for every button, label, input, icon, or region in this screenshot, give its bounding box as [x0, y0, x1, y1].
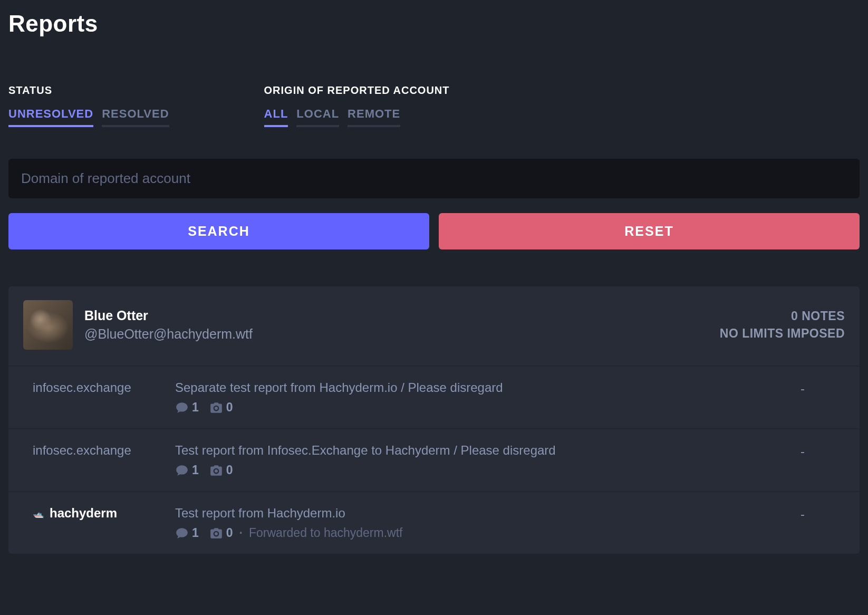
filters-row: STATUS UNRESOLVED RESOLVED ORIGIN OF REP…	[8, 84, 860, 127]
search-button[interactable]: SEARCH	[8, 213, 429, 249]
account-handle: @BlueOtter@hachyderm.wtf	[84, 326, 708, 342]
reset-button[interactable]: RESET	[439, 213, 860, 249]
status-tabs: UNRESOLVED RESOLVED	[8, 107, 169, 127]
report-text: Separate test report from Hachyderm.io /…	[175, 380, 755, 395]
account-display-name: Blue Otter	[84, 308, 708, 323]
camera-icon	[209, 401, 223, 415]
report-source: 🛥️ hachyderm	[33, 506, 170, 521]
separator-dot: ·	[239, 526, 243, 540]
comment-count: 1	[192, 400, 199, 415]
report-meta: 1 0	[175, 400, 755, 415]
report-card-header[interactable]: Blue Otter @BlueOtter@hachyderm.wtf 0 NO…	[8, 286, 860, 366]
forwarded-label: Forwarded to hachyderm.wtf	[249, 526, 402, 540]
comment-icon	[175, 464, 189, 477]
filter-label-status: STATUS	[8, 84, 169, 97]
media-count: 0	[226, 463, 233, 477]
report-right: -	[760, 380, 845, 396]
report-row[interactable]: infosec.exchange Test report from Infose…	[8, 428, 860, 491]
report-row[interactable]: 🛥️ hachyderm Test report from Hachyderm.…	[8, 491, 860, 554]
report-source-label: hachyderm	[50, 506, 117, 521]
report-source: infosec.exchange	[33, 380, 170, 395]
filter-label-origin: ORIGIN OF REPORTED ACCOUNT	[264, 84, 450, 97]
account-names: Blue Otter @BlueOtter@hachyderm.wtf	[84, 308, 708, 342]
report-source: infosec.exchange	[33, 443, 170, 458]
report-card: Blue Otter @BlueOtter@hachyderm.wtf 0 NO…	[8, 286, 860, 554]
report-right: -	[760, 506, 845, 522]
tab-status-unresolved[interactable]: UNRESOLVED	[8, 107, 93, 127]
tab-origin-local[interactable]: LOCAL	[296, 107, 339, 127]
filter-group-origin: ORIGIN OF REPORTED ACCOUNT ALL LOCAL REM…	[264, 84, 450, 127]
tab-status-resolved[interactable]: RESOLVED	[102, 107, 169, 127]
tab-origin-all[interactable]: ALL	[264, 107, 288, 127]
media-count: 0	[226, 400, 233, 415]
media-count: 0	[226, 526, 233, 540]
camera-icon	[209, 526, 223, 540]
origin-tabs: ALL LOCAL REMOTE	[264, 107, 450, 127]
report-meta: 1 0 · Forwarded to hachyderm.wtf	[175, 526, 755, 540]
avatar	[23, 300, 73, 350]
report-row[interactable]: infosec.exchange Separate test report fr…	[8, 366, 860, 428]
comment-icon	[175, 526, 189, 540]
report-right: -	[760, 443, 845, 459]
page-title: Reports	[8, 11, 860, 37]
tab-origin-remote[interactable]: REMOTE	[348, 107, 400, 127]
filter-group-status: STATUS UNRESOLVED RESOLVED	[8, 84, 169, 127]
comment-count: 1	[192, 463, 199, 477]
comment-icon	[175, 401, 189, 415]
camera-icon	[209, 464, 223, 477]
button-row: SEARCH RESET	[8, 213, 860, 249]
report-meta: 1 0	[175, 463, 755, 477]
limits-status: NO LIMITS IMPOSED	[720, 326, 845, 341]
report-text: Test report from Infosec.Exchange to Hac…	[175, 443, 755, 458]
domain-search-input[interactable]	[8, 159, 860, 198]
comment-count: 1	[192, 526, 199, 540]
report-summary: 0 NOTES NO LIMITS IMPOSED	[720, 309, 845, 341]
source-avatar-icon: 🛥️	[33, 507, 44, 519]
notes-count: 0 NOTES	[720, 309, 845, 323]
report-text: Test report from Hachyderm.io	[175, 506, 755, 521]
